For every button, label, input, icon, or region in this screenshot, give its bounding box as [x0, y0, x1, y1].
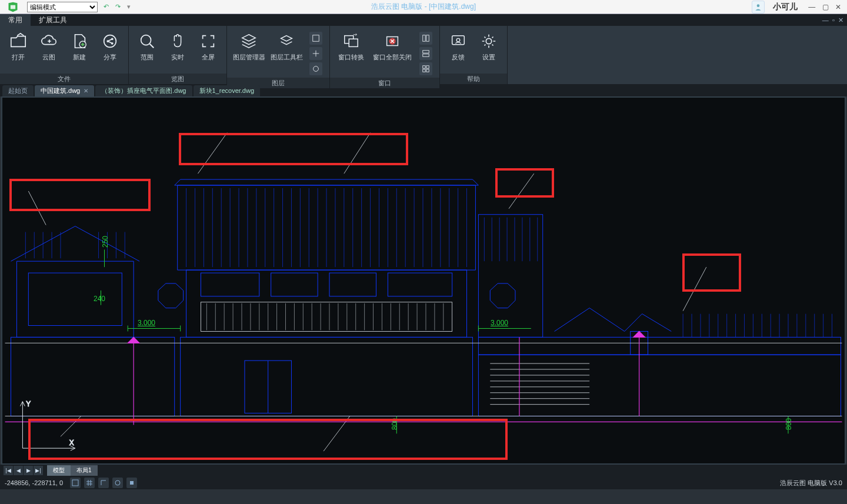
svg-rect-74: [28, 273, 122, 325]
marker-4: [682, 253, 741, 292]
window-switch-button[interactable]: 窗口转换: [334, 29, 369, 64]
svg-rect-59: [271, 273, 318, 296]
settings-button[interactable]: 设置: [474, 29, 503, 64]
realtime-pan-button[interactable]: 实时: [163, 29, 192, 64]
tab-start-page[interactable]: 起始页: [2, 85, 34, 96]
first-tab-icon[interactable]: |◀: [4, 466, 13, 475]
grid-toggle-icon[interactable]: [84, 478, 95, 488]
open-folder-icon: [9, 32, 28, 51]
feedback-button[interactable]: 反馈: [443, 29, 473, 64]
doc-restore-icon[interactable]: ▫: [832, 16, 835, 24]
svg-rect-14: [426, 35, 429, 42]
app-logo: [0, 0, 26, 14]
title-bar: 编辑模式 ↶ ↷ ▾ 浩辰云图 电脑版 - [中国建筑.dwg] 小可儿 — ▢…: [0, 0, 847, 14]
svg-rect-13: [423, 35, 425, 42]
ribbon-group-layer: 图层管理器 图层工具栏 图层: [227, 26, 330, 84]
svg-rect-19: [423, 69, 425, 72]
zoom-extent-button[interactable]: 范围: [132, 29, 162, 64]
ribbon-group-view: 范围 实时 全屏 览图: [129, 26, 227, 84]
tab-common[interactable]: 常用: [0, 14, 31, 26]
group-title-view: 览图: [129, 74, 226, 84]
minimize-icon[interactable]: —: [808, 3, 815, 11]
ribbon-group-window: 窗口转换 窗口全部关闭 窗口: [330, 26, 440, 84]
qat-drop-icon[interactable]: ▾: [127, 3, 135, 11]
new-button[interactable]: 新建: [65, 29, 94, 64]
window-title: 浩辰云图 电脑版 - [中国建筑.dwg]: [371, 2, 476, 12]
ortho-toggle-icon[interactable]: [98, 478, 109, 488]
window-controls: — ▢ ✕: [806, 3, 843, 11]
last-tab-icon[interactable]: ▶|: [34, 466, 43, 475]
svg-rect-168: [130, 481, 134, 485]
dim-800-b: 800: [785, 418, 793, 430]
layer-manager-button[interactable]: 图层管理器: [231, 29, 267, 64]
share-icon: [101, 32, 119, 51]
svg-point-22: [456, 38, 460, 42]
snap-toggle-icon[interactable]: [70, 478, 81, 488]
layer-tool-2-icon[interactable]: [309, 47, 322, 60]
next-tab-icon[interactable]: ▶: [24, 466, 33, 475]
window-tool-2-icon[interactable]: [419, 47, 432, 60]
user-name[interactable]: 小可儿: [773, 2, 798, 12]
share-button[interactable]: 分享: [95, 29, 125, 64]
layer-toolbar-button[interactable]: 图层工具栏: [268, 29, 305, 64]
marker-5: [28, 419, 508, 460]
svg-rect-61: [388, 273, 452, 296]
svg-rect-62: [181, 337, 473, 416]
redo-icon[interactable]: ↷: [115, 3, 124, 11]
tab-extended-tools[interactable]: 扩展工具: [31, 14, 75, 26]
osnap-toggle-icon[interactable]: [126, 478, 137, 488]
drawing-canvas[interactable]: Y X 250 240 3.000 3.000 800 800: [1, 96, 846, 465]
avatar-icon[interactable]: [752, 1, 765, 14]
doc-min-icon[interactable]: —: [822, 16, 829, 24]
layer-tool-3-icon[interactable]: [309, 62, 322, 75]
tab-model[interactable]: 模型: [47, 465, 71, 476]
svg-rect-57: [186, 270, 467, 337]
brand-version: 浩辰云图 电脑版 V3.0: [780, 479, 842, 488]
layer-tool-1-icon[interactable]: [309, 32, 322, 45]
close-icon[interactable]: ✕: [835, 3, 841, 11]
svg-point-2: [104, 35, 116, 48]
dim-3000-b: 3.000: [491, 319, 508, 327]
dim-3000-a: 3.000: [138, 319, 155, 327]
zoom-extent-icon: [138, 32, 156, 51]
ribbon: 打开 云图 新建 分享 文件 范围 实时: [0, 26, 847, 85]
group-title-help: 帮助: [440, 74, 507, 84]
svg-rect-75: [11, 337, 175, 416]
cloud-button[interactable]: 云图: [34, 29, 64, 64]
svg-rect-20: [426, 69, 429, 72]
window-tool-3-icon[interactable]: [419, 62, 432, 75]
tab-layout-1[interactable]: 布局1: [71, 465, 98, 476]
maximize-icon[interactable]: ▢: [822, 3, 829, 11]
hand-icon: [168, 32, 187, 51]
undo-icon[interactable]: ↶: [104, 3, 112, 11]
cloud-icon: [39, 32, 58, 51]
doc-close-icon[interactable]: ✕: [838, 16, 843, 24]
layout-tabs: |◀ ◀ ▶ ▶| 模型 布局1: [0, 465, 847, 476]
ribbon-group-help: 反馈 设置 帮助: [440, 26, 508, 84]
prev-tab-icon[interactable]: ◀: [14, 466, 23, 475]
tab-doc-2[interactable]: （装饰）插座电气平面图.dwg: [95, 85, 192, 96]
svg-rect-60: [329, 273, 376, 296]
svg-point-8: [314, 66, 319, 72]
window-tool-1-icon[interactable]: [419, 32, 432, 45]
group-title-file: 文件: [0, 74, 128, 84]
mode-select[interactable]: 编辑模式: [27, 2, 98, 12]
window-mini-tools: [416, 29, 436, 78]
open-button[interactable]: 打开: [4, 29, 33, 64]
tab-doc-3[interactable]: 新块1_recover.dwg: [194, 85, 261, 96]
svg-rect-76: [478, 215, 542, 338]
svg-rect-18: [426, 66, 429, 68]
window-closeall-button[interactable]: 窗口全部关闭: [370, 29, 415, 64]
polar-toggle-icon[interactable]: [112, 478, 123, 488]
svg-point-23: [486, 38, 491, 44]
tab-close-icon[interactable]: ✕: [84, 88, 88, 94]
feedback-icon: [449, 32, 468, 51]
svg-rect-10: [349, 39, 358, 46]
fullscreen-button[interactable]: 全屏: [194, 29, 223, 64]
tab-active-doc[interactable]: 中国建筑.dwg✕: [35, 85, 94, 96]
svg-rect-166: [72, 480, 78, 486]
svg-rect-16: [423, 54, 429, 56]
svg-rect-21: [452, 36, 465, 45]
doc-window-controls: — ▫ ✕: [822, 16, 843, 24]
svg-text:Y: Y: [26, 400, 31, 408]
